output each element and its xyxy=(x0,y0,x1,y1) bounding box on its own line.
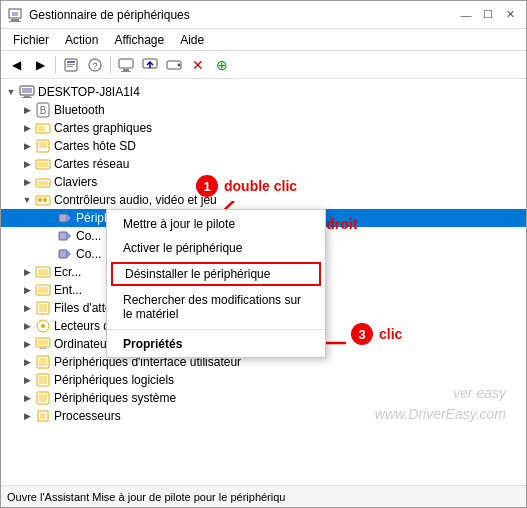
svg-rect-5 xyxy=(67,61,75,63)
software-dev-icon xyxy=(35,372,51,388)
svg-rect-36 xyxy=(59,232,67,240)
svg-rect-34 xyxy=(59,214,67,222)
svg-rect-2 xyxy=(9,21,21,22)
window-icon xyxy=(7,7,23,23)
disk-icon xyxy=(35,318,51,334)
svg-point-33 xyxy=(43,198,47,202)
computer-icon-btn[interactable] xyxy=(115,54,137,76)
sd-label: Cartes hôte SD xyxy=(54,139,136,153)
bluetooth-expand: ▶ xyxy=(19,102,35,118)
ecr-label: Ecr... xyxy=(54,265,81,279)
network-label: Cartes réseau xyxy=(54,157,129,171)
root-expand-icon: ▼ xyxy=(3,84,19,100)
hd-audio-icon xyxy=(57,210,73,226)
toolbar: ◀ ▶ ? xyxy=(1,51,526,79)
ctx-update-driver[interactable]: Mettre à jour le pilote xyxy=(107,212,325,236)
tree-item-audio-controllers[interactable]: ▼ Contrôleurs audio, vidéo et jeu xyxy=(1,191,526,209)
co1-icon xyxy=(57,228,73,244)
svg-rect-11 xyxy=(123,69,129,71)
back-button[interactable]: ◀ xyxy=(5,54,27,76)
svg-rect-43 xyxy=(38,287,48,293)
system-dev-label: Périphériques système xyxy=(54,391,176,405)
audio-controllers-label: Contrôleurs audio, vidéo et jeu xyxy=(54,193,217,207)
tree-item-sd[interactable]: ▶ Cartes hôte SD xyxy=(1,137,526,155)
status-text: Ouvre l'Assistant Mise à jour de pilote … xyxy=(7,491,285,503)
device-icon-btn[interactable] xyxy=(163,54,185,76)
svg-rect-26 xyxy=(39,142,47,148)
toolbar-separator-1 xyxy=(55,56,56,74)
computer2-label: Ordinateur xyxy=(54,337,111,351)
svg-rect-41 xyxy=(38,269,48,275)
delete-button[interactable]: ✕ xyxy=(187,54,209,76)
svg-marker-39 xyxy=(67,250,71,258)
root-label: DESKTOP-J8IA1I4 xyxy=(38,85,140,99)
menu-action[interactable]: Action xyxy=(57,31,106,49)
svg-rect-50 xyxy=(40,348,46,349)
keyboards-expand: ▶ xyxy=(19,174,35,190)
co2-icon xyxy=(57,246,73,262)
forward-button[interactable]: ▶ xyxy=(29,54,51,76)
svg-rect-24 xyxy=(38,126,45,131)
tree-item-graphics[interactable]: ▶ Cartes graphiques xyxy=(1,119,526,137)
computer-icon xyxy=(19,84,35,100)
svg-rect-18 xyxy=(22,88,32,93)
svg-rect-7 xyxy=(67,66,73,67)
tree-item-network[interactable]: ▶ Cartes réseau xyxy=(1,155,526,173)
tree-item-processors[interactable]: ▶ Processeurs xyxy=(1,407,526,425)
scan-button[interactable]: ⊕ xyxy=(211,54,233,76)
svg-text:?: ? xyxy=(92,61,97,71)
svg-rect-3 xyxy=(12,12,18,16)
hid-icon xyxy=(35,354,51,370)
network-icon xyxy=(35,156,51,172)
computer2-icon xyxy=(35,336,51,352)
hd-audio-expand xyxy=(41,210,57,226)
svg-rect-30 xyxy=(38,181,48,185)
properties-button[interactable] xyxy=(60,54,82,76)
ctx-enable-device[interactable]: Activer le périphérique xyxy=(107,236,325,260)
co1-label: Co... xyxy=(76,229,101,243)
menu-fichier[interactable]: Fichier xyxy=(5,31,57,49)
window-controls: — ☐ ✕ xyxy=(456,7,520,23)
svg-rect-45 xyxy=(39,304,47,312)
co2-label: Co... xyxy=(76,247,101,261)
ctx-scan-hardware[interactable]: Rechercher des modifications sur le maté… xyxy=(107,288,325,326)
tree-root[interactable]: ▼ DESKTOP-J8IA1I4 xyxy=(1,83,526,101)
tree-item-bluetooth[interactable]: ▶ B Bluetooth xyxy=(1,101,526,119)
svg-marker-35 xyxy=(67,214,71,222)
svg-rect-38 xyxy=(59,250,67,258)
ctx-uninstall-device[interactable]: Désinstaller le périphérique xyxy=(111,262,321,286)
audio-controllers-expand: ▼ xyxy=(19,192,35,208)
svg-rect-10 xyxy=(119,59,133,68)
svg-rect-54 xyxy=(39,376,47,384)
ctx-properties-header[interactable]: Propriétés xyxy=(107,333,325,355)
status-bar: Ouvre l'Assistant Mise à jour de pilote … xyxy=(1,485,526,507)
toolbar-separator-2 xyxy=(110,56,111,74)
tree-item-system-dev[interactable]: ▶ Périphériques système xyxy=(1,389,526,407)
update-driver-btn[interactable] xyxy=(139,54,161,76)
graphics-label: Cartes graphiques xyxy=(54,121,152,135)
maximize-button[interactable]: ☐ xyxy=(478,7,498,23)
bluetooth-label: Bluetooth xyxy=(54,103,105,117)
bluetooth-icon: B xyxy=(35,102,51,118)
svg-rect-49 xyxy=(38,340,48,345)
menu-affichage[interactable]: Affichage xyxy=(106,31,172,49)
tree-item-software-dev[interactable]: ▶ Périphériques logiciels xyxy=(1,371,526,389)
graphics-icon xyxy=(35,120,51,136)
svg-text:B: B xyxy=(40,105,47,116)
svg-rect-52 xyxy=(39,358,47,366)
close-button[interactable]: ✕ xyxy=(500,7,520,23)
svg-rect-56 xyxy=(39,394,47,402)
title-bar: Gestionnaire de périphériques — ☐ ✕ xyxy=(1,1,526,29)
ecr-icon xyxy=(35,264,51,280)
processors-icon xyxy=(35,408,51,424)
print-queue-icon xyxy=(35,300,51,316)
device-manager-window: Gestionnaire de périphériques — ☐ ✕ Fich… xyxy=(0,0,527,508)
svg-marker-37 xyxy=(67,232,71,240)
tree-item-keyboards[interactable]: ▶ Claviers xyxy=(1,173,526,191)
minimize-button[interactable]: — xyxy=(456,7,476,23)
help-button[interactable]: ? xyxy=(84,54,106,76)
window-title: Gestionnaire de périphériques xyxy=(29,8,456,22)
context-menu: Mettre à jour le pilote Activer le périp… xyxy=(106,209,326,358)
menu-aide[interactable]: Aide xyxy=(172,31,212,49)
graphics-expand: ▶ xyxy=(19,120,35,136)
